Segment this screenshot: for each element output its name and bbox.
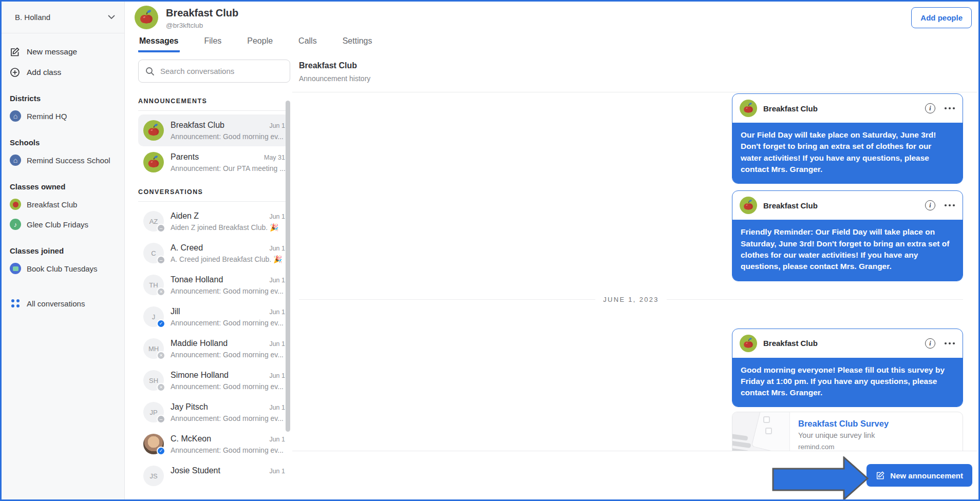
avatar: SH [143, 370, 164, 391]
message-sender: Breakfast Club [763, 104, 818, 113]
tab[interactable]: People [246, 34, 274, 52]
sidebar-action[interactable]: New message [10, 47, 116, 57]
message-text: Friendly Reminder: Our Field Day will ta… [732, 220, 963, 280]
add-people-button[interactable]: Add people [911, 7, 972, 28]
tab[interactable]: Calls [297, 34, 318, 52]
avatar: C [143, 243, 164, 263]
conversation-date: Jun 1 [265, 213, 285, 220]
sidebar-section: Schools Remind Success School [2, 138, 124, 166]
sidebar-action-label: Add class [27, 68, 61, 77]
divider [138, 201, 290, 202]
bottom-bar: New announcement [292, 451, 977, 499]
conversation-list-item[interactable]: MH Maddie Holland Jun 1 Announcement: Go… [138, 333, 290, 364]
sidebar-item-label: Glee Club Fridays [27, 220, 88, 229]
avatar: AZ [143, 211, 164, 232]
conversation-list-panel: ANNOUNCEMENTS Breakfast Club Jun 1 Annou… [138, 53, 290, 499]
conversation-list-item[interactable]: AZ Aiden Z Jun 1 Aiden Z joined Breakfas… [138, 205, 290, 237]
avatar: JS [143, 466, 164, 486]
list-item-texts: Aiden Z Jun 1 Aiden Z joined Breakfast C… [171, 211, 285, 232]
list-item-texts: Maddie Holland Jun 1 Announcement: Good … [171, 338, 285, 359]
search-input[interactable] [160, 67, 283, 75]
class-icon [10, 155, 21, 166]
sidebar-item-all-conversations[interactable]: All conversations [10, 298, 116, 309]
scrollbar-thumb[interactable] [286, 101, 290, 432]
tab[interactable]: Messages [138, 34, 180, 52]
status-badge [157, 224, 165, 233]
message-text: Our Field Day will take place on Saturda… [732, 123, 963, 183]
conversation-list-item[interactable]: JS Josie Student Jun 1 [138, 460, 290, 492]
info-icon[interactable] [925, 103, 935, 113]
link-info: Breakfast Club Survey Your unique survey… [790, 412, 897, 451]
list-item-texts: Simone Holland Jun 1 Announcement: Good … [171, 370, 285, 391]
search-box[interactable] [138, 60, 290, 83]
conversation-date: Jun 1 [265, 468, 285, 475]
sidebar: B. Holland New message Add class Distric… [2, 2, 125, 499]
info-icon[interactable] [925, 200, 935, 210]
tab[interactable]: Files [203, 34, 223, 52]
sidebar-item[interactable]: Book Club Tuesdays [10, 263, 116, 274]
announcement-name: Breakfast Club [171, 121, 224, 130]
message-sender: Breakfast Club [763, 339, 818, 348]
link-title[interactable]: Breakfast Club Survey [798, 419, 889, 429]
announcement-date: Jun 1 [265, 122, 285, 129]
new-announcement-button[interactable]: New announcement [866, 464, 972, 487]
message-header: Breakfast Club [732, 329, 963, 358]
conversation-list-item[interactable]: J Jill Jun 1 Announcement: Good morning … [138, 301, 290, 333]
apple-icon [143, 152, 164, 172]
message-header: Breakfast Club [732, 191, 963, 220]
announcement-card: Breakfast Club Friendly Reminder: Our Fi… [732, 190, 963, 281]
list-item-texts: Josie Student Jun 1 [171, 466, 285, 478]
avatar [143, 120, 164, 141]
account-name: B. Holland [15, 13, 50, 22]
conversation-name: Maddie Holland [171, 339, 228, 348]
tab[interactable]: Settings [342, 34, 373, 52]
more-options-icon[interactable] [944, 342, 955, 345]
chevron-down-icon [108, 15, 115, 20]
search-icon [145, 67, 155, 76]
conversation-list-item[interactable]: SH Simone Holland Jun 1 Announcement: Go… [138, 364, 290, 396]
sidebar-item[interactable]: Remind Success School [10, 155, 116, 166]
sidebar-action[interactable]: Add class [10, 67, 116, 78]
conversation-name: Simone Holland [171, 371, 229, 380]
more-options-icon[interactable] [944, 107, 955, 110]
conversation-name: C. McKeon [171, 434, 211, 444]
sidebar-item-label: Remind HQ [27, 112, 67, 121]
class-icon [10, 110, 21, 122]
status-badge [157, 351, 165, 360]
announcement-list-item[interactable]: Breakfast Club Jun 1 Announcement: Good … [138, 114, 290, 146]
message-sender: Breakfast Club [763, 201, 818, 210]
info-icon[interactable] [925, 338, 935, 349]
conversation-date: Jun 1 [265, 277, 285, 284]
sidebar-item[interactable]: Glee Club Fridays [10, 219, 116, 230]
conversation-list-item[interactable]: C. McKeon Jun 1 Announcement: Good morni… [138, 428, 290, 460]
status-badge [157, 383, 165, 392]
conversations-header: CONVERSATIONS [138, 188, 290, 196]
account-switcher[interactable]: B. Holland [2, 2, 124, 33]
conversation-name: Jill [171, 307, 180, 316]
new-announcement-label: New announcement [890, 471, 963, 480]
conversation-list-item[interactable]: JP Jay Pitsch Jun 1 Announcement: Good m… [138, 396, 290, 428]
status-badge [157, 319, 165, 328]
more-options-icon[interactable] [944, 204, 955, 207]
conversation-preview: Announcement: Good morning ev... [171, 414, 285, 422]
apple-icon [143, 120, 164, 141]
avatar [143, 152, 164, 172]
action-icon [10, 47, 20, 57]
sidebar-action-label: New message [27, 47, 77, 56]
link-preview-card[interactable]: Breakfast Club Survey Your unique survey… [732, 412, 963, 451]
sidebar-section-title: Classes joined [10, 246, 116, 255]
conversation-list-item[interactable]: C A. Creed Jun 1 A. Creed joined Breakfa… [138, 237, 290, 269]
list-item-texts: Breakfast Club Jun 1 Announcement: Good … [171, 120, 285, 141]
link-subtitle: Your unique survey link [798, 431, 889, 439]
announcements-header: ANNOUNCEMENTS [138, 98, 290, 105]
sidebar-item[interactable]: Breakfast Club [10, 199, 116, 210]
tab-bar: Messages Files People Calls Settings [138, 34, 373, 52]
announcement-list-item[interactable]: Parents May 31 Announcement: Our PTA mee… [138, 146, 290, 178]
sidebar-footer: All conversations [2, 298, 124, 309]
class-handle: @br3kftclub [166, 22, 203, 29]
conversation-list-item[interactable]: TH Tonae Holland Jun 1 Announcement: Goo… [138, 269, 290, 301]
conversation-date: Jun 1 [265, 404, 285, 411]
sidebar-item[interactable]: Remind HQ [10, 110, 116, 122]
conversation-name: Jay Pitsch [171, 402, 208, 412]
remind-app-window: B. Holland New message Add class Distric… [0, 0, 980, 501]
